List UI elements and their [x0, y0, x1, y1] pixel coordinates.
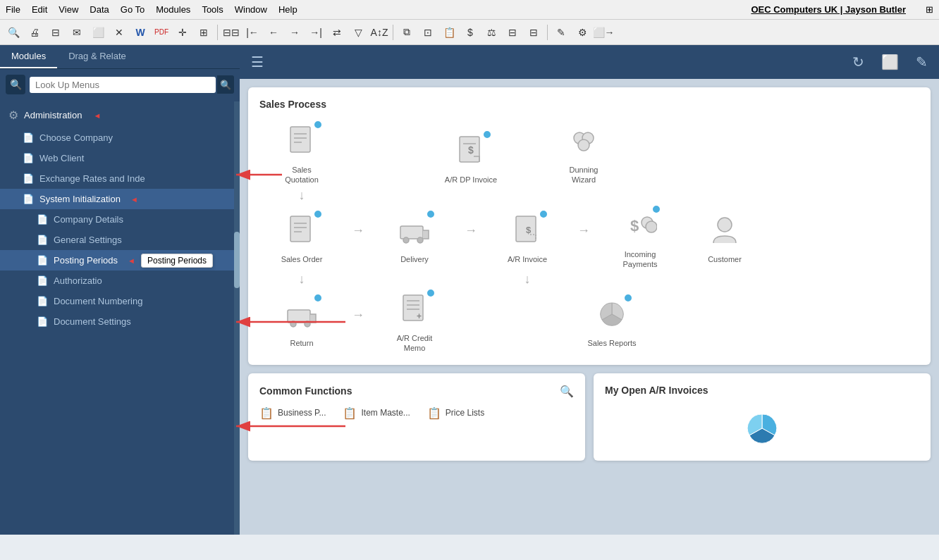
toolbar-refresh[interactable]: ⇄ [328, 23, 346, 42]
toolbar-print[interactable]: 🖨 [25, 23, 44, 42]
sidebar-item-system-init[interactable]: 📄 System Initialization ◄ [0, 189, 240, 209]
sp-row-1: SalesQuotation $ [259, 121, 919, 185]
edit-pen-icon[interactable]: ✎ [916, 54, 928, 70]
sales-quotation-icon-wrap [282, 121, 321, 161]
delivery-node[interactable]: Delivery [372, 211, 457, 264]
incoming-payments-node[interactable]: $ IncomingPayments [598, 206, 682, 270]
sidebar-item-document-settings[interactable]: 📄 Document Settings [0, 311, 240, 332]
scrollbar-thumb[interactable] [234, 232, 240, 288]
menu-tools[interactable]: Tools [202, 4, 223, 15]
sidebar-section-administration[interactable]: ⚙ Administration ◄ [0, 103, 240, 127]
toolbar-copy[interactable]: ⧉ [398, 23, 416, 42]
refresh-icon[interactable]: ↻ [852, 54, 864, 70]
menu-goto[interactable]: Go To [121, 4, 145, 15]
exchange-rates-label: Exchange Rates and Inde [39, 173, 145, 184]
toolbar-grid[interactable]: ⊞ [195, 23, 213, 42]
ar-cm-icon-wrap: + [395, 290, 434, 329]
search-input[interactable] [30, 77, 216, 93]
doc-icon: 📄 [37, 214, 48, 225]
search-magnifier-icon[interactable]: 🔍 [6, 75, 25, 94]
menu-data[interactable]: Data [90, 4, 109, 15]
toolbar-nav-prev[interactable]: ← [264, 23, 283, 42]
ar-dp-invoice-node[interactable]: $ A/R DP Invoice [429, 131, 513, 185]
svg-point-9 [578, 139, 589, 151]
toolbar-search[interactable]: 🔍 [4, 23, 23, 42]
toolbar-pdf[interactable]: PDF [152, 23, 171, 42]
tab-drag-relate[interactable]: Drag & Relate [57, 45, 137, 68]
toolbar-export[interactable]: ⬜→ [594, 23, 613, 42]
incoming-svg: $ [623, 209, 657, 242]
toolbar-settings[interactable]: ⚙ [573, 23, 591, 42]
toolbar-cols3[interactable]: ⊟ [524, 23, 543, 42]
toolbar-balance[interactable]: ⚖ [482, 23, 501, 42]
toolbar-close[interactable]: ✕ [110, 23, 128, 42]
sales-reports-node[interactable]: Sales Reports [570, 294, 654, 348]
toolbar-filter[interactable]: ▽ [349, 23, 367, 42]
menu-view[interactable]: View [59, 4, 78, 15]
pl-icon: 📋 [427, 406, 441, 420]
toolbar-paste[interactable]: ⊡ [419, 23, 437, 42]
toolbar-cols2[interactable]: ⊟ [503, 23, 522, 42]
ar-invoice-icon-wrap: $ [508, 211, 547, 250]
svg-point-21 [646, 221, 657, 232]
sidebar-item-posting-periods[interactable]: 📄 Posting Periods ◄ Posting Periods [0, 250, 240, 270]
doc-icon: 📄 [23, 173, 34, 184]
menu-file[interactable]: File [6, 4, 20, 15]
dunning-wizard-node[interactable]: DunningWizard [541, 121, 626, 185]
incoming-badge [651, 204, 661, 214]
sales-quotation-node[interactable]: SalesQuotation [259, 121, 344, 185]
toolbar-dollar[interactable]: $ [461, 23, 479, 42]
toolbar-window[interactable]: ⬜ [89, 23, 107, 42]
sp-row-3: Return → [259, 290, 919, 354]
menu-window[interactable]: Window [235, 4, 267, 15]
sidebar-item-document-numbering[interactable]: 📄 Document Numbering [0, 291, 240, 311]
sales-reports-label: Sales Reports [587, 338, 636, 348]
company-details-label: Company Details [54, 214, 123, 225]
toolbar-word[interactable]: W [131, 23, 149, 42]
ar-invoice-node[interactable]: $ A/R Invoice [485, 211, 570, 264]
menu-modules[interactable]: Modules [156, 4, 190, 15]
sidebar-item-general-settings[interactable]: 📄 General Settings [0, 230, 240, 250]
sidebar-item-exchange-rates[interactable]: 📄 Exchange Rates and Inde [0, 168, 240, 189]
sidebar-item-authorization[interactable]: 📄 Authorizatio [0, 270, 240, 291]
toolbar-mail[interactable]: ✉ [68, 23, 86, 42]
document-numbering-label: Document Numbering [54, 296, 142, 306]
sales-quotation-label: SalesQuotation [285, 165, 319, 185]
tab-modules[interactable]: Modules [0, 45, 57, 68]
doc-icon: 📄 [23, 153, 34, 163]
window-icon[interactable]: ⬜ [881, 54, 899, 70]
customer-node[interactable]: Customer [682, 211, 767, 264]
arrow-inv-pay: → [570, 223, 598, 251]
dunning-label: DunningWizard [570, 165, 599, 185]
common-item-price-lists[interactable]: 📋 Price Lists [427, 406, 484, 420]
ar-credit-memo-node[interactable]: + A/R CreditMemo [372, 290, 457, 354]
toolbar-sort[interactable]: A↕Z [370, 23, 388, 42]
common-functions-header: Common Functions 🔍 [259, 385, 574, 398]
sales-reports-icon-wrap [592, 294, 632, 334]
choose-company-label: Choose Company [39, 132, 113, 143]
menu-help[interactable]: Help [278, 4, 297, 15]
toolbar-pen[interactable]: ✎ [552, 23, 570, 42]
toolbar-columns[interactable]: ⊟⊟ [222, 23, 240, 42]
toolbar-clipboard[interactable]: 📋 [440, 23, 458, 42]
sales-quotation-badge [313, 120, 323, 130]
common-item-business-partners[interactable]: 📋 Business P... [259, 406, 326, 420]
content-toolbar: ☰ ↻ ⬜ ✎ [240, 45, 939, 79]
sidebar-item-choose-company[interactable]: 📄 Choose Company [0, 127, 240, 148]
sidebar-item-web-client[interactable]: 📄 Web Client [0, 148, 240, 168]
search-button[interactable]: 🔍 [217, 75, 234, 94]
sidebar-item-company-details[interactable]: 📄 Company Details [0, 209, 240, 230]
menu-edit[interactable]: Edit [32, 4, 47, 15]
toolbar-nav-next[interactable]: → [286, 23, 304, 42]
return-node[interactable]: Return [259, 294, 344, 348]
toolbar-nav-end[interactable]: →| [307, 23, 325, 42]
common-functions-icon[interactable]: 🔍 [560, 385, 574, 398]
customer-svg [708, 213, 742, 247]
common-item-item-master[interactable]: 📋 Item Maste... [343, 406, 410, 420]
toolbar-nav-start[interactable]: |← [243, 23, 262, 42]
hamburger-menu-icon[interactable]: ☰ [251, 54, 264, 70]
spacer-da2b [372, 272, 457, 287]
toolbar-move[interactable]: ✛ [173, 23, 192, 42]
sales-order-node[interactable]: Sales Order [259, 211, 344, 264]
toolbar-preview[interactable]: ⊟ [47, 23, 65, 42]
